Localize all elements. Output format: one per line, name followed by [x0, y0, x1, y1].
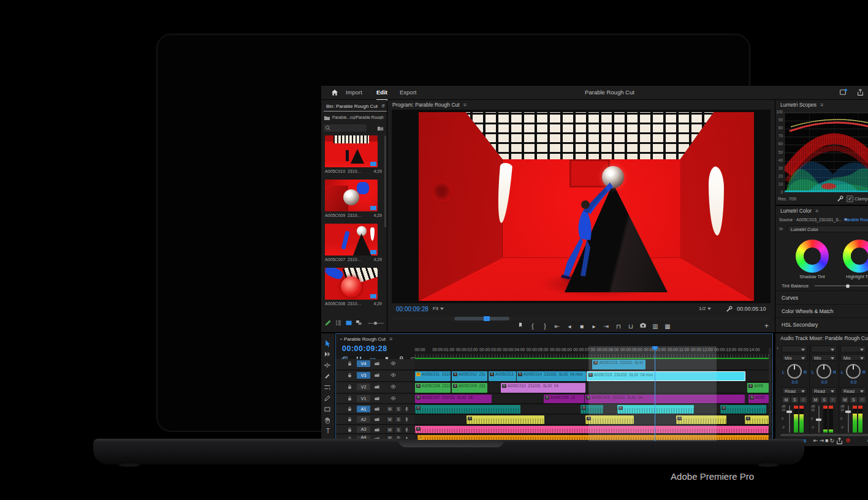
pen-tool[interactable]	[324, 395, 332, 403]
quick-export-icon[interactable]	[839, 88, 848, 97]
video-clip[interactable]: A005C012_231fx	[452, 371, 487, 381]
audio-clip[interactable]: fx	[745, 415, 769, 424]
video-clip[interactable]: A005C009_231fx	[452, 383, 487, 393]
audio-clip[interactable]: fx	[720, 405, 766, 414]
video-clip[interactable]: A005C013_23fx	[489, 371, 516, 381]
bus-select[interactable]: Mix	[840, 354, 866, 361]
pan-knob[interactable]	[787, 364, 802, 379]
program-panel-header[interactable]: Program: Parable Rough Cut≡	[387, 100, 775, 110]
play-stop-button[interactable]: ■	[576, 322, 587, 331]
add-marker-button[interactable]	[515, 322, 526, 331]
breadcrumb[interactable]: Parable...roj/Parable Rough Cut	[332, 115, 385, 119]
panel-overflow-chevrons[interactable]: »	[383, 102, 385, 108]
mixer-expand-icon[interactable]: ›	[777, 346, 779, 351]
settings-wrench-icon[interactable]	[726, 306, 733, 312]
fader-handle[interactable]	[845, 411, 851, 413]
mark-in-button[interactable]: {	[527, 322, 538, 331]
input-select[interactable]	[782, 346, 807, 352]
scopes-panel-header[interactable]: Lumetri Scopes≡	[775, 100, 868, 110]
bin-clip-thumbnail[interactable]	[325, 268, 378, 300]
pan-value[interactable]: 0.0	[780, 380, 809, 384]
mixer-go-to-in-icon[interactable]: ⇤	[813, 438, 820, 444]
lumetri-panel-header[interactable]: Lumetri Color≡	[775, 206, 868, 216]
mark-out-button[interactable]: }	[539, 322, 550, 331]
automation-select[interactable]: Read	[811, 387, 837, 394]
step-back-button[interactable]: ◂	[564, 322, 575, 331]
pan-knob[interactable]	[846, 364, 861, 379]
lumetri-section-curves[interactable]: Curves✓	[775, 290, 868, 305]
channel-r-button[interactable]: R	[829, 396, 837, 403]
input-select[interactable]	[840, 346, 866, 352]
zoom-level-select[interactable]: Fit	[433, 306, 444, 311]
track-select-tool[interactable]	[324, 350, 332, 359]
video-clip[interactable]: A005C007_231031_SL92_04fx	[415, 395, 492, 403]
button-editor-plus[interactable]: +	[764, 322, 769, 330]
go-to-out-button[interactable]: ⇥	[601, 322, 612, 331]
channel-m-button[interactable]: M	[841, 396, 849, 403]
mixer-loop-icon[interactable]: ↻	[830, 438, 836, 444]
bin-scrollbar[interactable]	[384, 135, 386, 227]
new-search-bin-icon[interactable]	[377, 125, 384, 132]
program-timecode[interactable]: 00:00:09:28	[396, 306, 428, 312]
mixer-go-to-out-icon[interactable]: ⇥	[820, 438, 826, 444]
tint-balance-handle[interactable]	[846, 284, 850, 288]
slip-tool[interactable]	[324, 384, 332, 392]
channel-fader[interactable]	[789, 406, 790, 433]
fader-handle[interactable]	[786, 411, 792, 413]
pan-value[interactable]: 0.0	[810, 380, 839, 384]
mixer-export-icon[interactable]	[836, 437, 843, 445]
bin-clip-thumbnail[interactable]	[325, 135, 378, 167]
playhead-line[interactable]	[655, 346, 655, 441]
lift-button[interactable]: ⊓	[613, 322, 624, 331]
insert-button[interactable]: ▥	[650, 322, 661, 331]
overwrite-button[interactable]: ▦	[662, 322, 673, 331]
fader-handle[interactable]	[816, 419, 821, 421]
channel-r-button[interactable]: R	[799, 396, 807, 403]
export-frame-button[interactable]	[638, 322, 649, 331]
type-tool[interactable]: T	[324, 428, 332, 436]
bus-select[interactable]: Mix	[782, 354, 807, 361]
extract-button[interactable]: ⊔	[625, 322, 636, 331]
video-clip[interactable]: A005C014_231031_SL92_04.movfx	[517, 371, 586, 381]
razor-tool[interactable]	[324, 373, 332, 381]
bin-tab[interactable]: Bin: Parable Rough Cut≡	[324, 101, 387, 112]
bus-select[interactable]: Mix	[811, 354, 837, 361]
scrubber-playhead[interactable]	[484, 316, 490, 321]
clamp-signal-checkbox[interactable]: ✓	[847, 195, 853, 202]
video-clip[interactable]: A005fx	[747, 383, 768, 393]
channel-s-button[interactable]: S	[791, 396, 799, 403]
video-clip[interactable]: A005fx	[748, 395, 769, 403]
mixer-hscrollbar[interactable]	[780, 434, 868, 436]
video-clip[interactable]: A005C006_23fx	[544, 395, 584, 403]
icon-view-icon[interactable]	[345, 319, 352, 327]
bin-clip-thumbnail[interactable]	[325, 180, 378, 211]
channel-s-button[interactable]: S	[850, 396, 858, 403]
lumetri-section-hsl-secondary[interactable]: HSL Secondary✓	[775, 317, 868, 331]
list-view-icon[interactable]	[335, 319, 342, 327]
mixer-record-icon[interactable]	[846, 438, 850, 442]
highlight-tint-wheel[interactable]	[843, 240, 868, 273]
pan-value[interactable]: 0.0	[839, 380, 868, 384]
playback-resolution-select[interactable]: 1/2	[699, 306, 711, 311]
selection-tool[interactable]	[324, 339, 332, 348]
scope-wrench-icon[interactable]	[837, 195, 843, 202]
go-to-in-button[interactable]: ⇤	[552, 322, 563, 331]
zoom-slider-handle[interactable]	[374, 322, 377, 325]
channel-r-button[interactable]: R	[858, 396, 866, 403]
channel-s-button[interactable]: S	[820, 396, 828, 403]
channel-fader[interactable]	[848, 406, 849, 433]
search-input[interactable]	[324, 124, 367, 132]
lumetri-sequence-link[interactable]: Parable Rough Cut · A005C0...	[844, 218, 868, 222]
tint-balance-slider[interactable]	[815, 286, 868, 286]
scrubber-zoom-range[interactable]	[454, 317, 509, 320]
input-select[interactable]	[811, 346, 837, 352]
ripple-edit-tool[interactable]	[324, 362, 332, 370]
lumetri-section-color-wheels-match[interactable]: Color Wheels & Match✓	[775, 304, 868, 318]
freeform-view-icon[interactable]	[356, 319, 363, 327]
lumetri-source-select[interactable]: Source · A005C015_231031_S...	[779, 218, 848, 222]
share-icon[interactable]	[856, 88, 865, 97]
mixer-panel-header[interactable]: Audio Track Mixer: Parable Rough Cut≡	[775, 333, 868, 343]
zoom-slider[interactable]	[368, 323, 384, 324]
channel-m-button[interactable]: M	[782, 396, 790, 403]
rectangle-tool[interactable]	[324, 406, 332, 414]
